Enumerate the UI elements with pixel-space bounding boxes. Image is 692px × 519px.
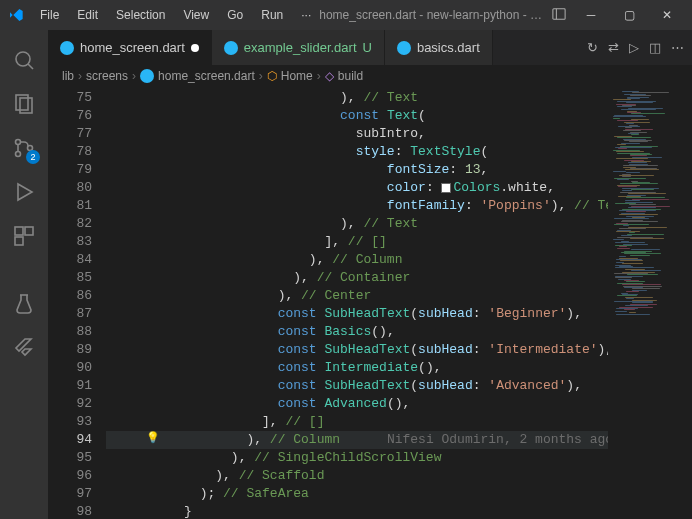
flutter-icon[interactable] — [0, 326, 48, 370]
svg-rect-11 — [25, 227, 33, 235]
modified-indicator-icon — [191, 44, 199, 52]
menu-edit[interactable]: Edit — [69, 4, 106, 26]
menu-go[interactable]: Go — [219, 4, 251, 26]
tab-label: home_screen.dart — [80, 40, 185, 55]
breadcrumb: lib › screens › home_screen.dart › ⬡ Hom… — [48, 65, 692, 87]
tab-example-slider[interactable]: example_slider.dart U — [212, 30, 385, 65]
chevron-right-icon: › — [132, 69, 136, 83]
untracked-indicator: U — [363, 40, 372, 55]
testing-icon[interactable] — [0, 282, 48, 326]
vertical-scrollbar[interactable] — [680, 87, 692, 519]
svg-line-3 — [28, 64, 33, 69]
diff-action-icon[interactable]: ⇄ — [608, 40, 619, 55]
layout-customize-icon[interactable] — [544, 7, 574, 24]
more-actions-icon[interactable]: ⋯ — [671, 40, 684, 55]
title-bar: File Edit Selection View Go Run ··· home… — [0, 0, 692, 30]
activity-bar: 2 — [0, 30, 48, 519]
menu-overflow[interactable]: ··· — [293, 4, 319, 26]
dart-file-icon — [224, 41, 238, 55]
explorer-icon[interactable] — [0, 38, 48, 82]
breadcrumb-method[interactable]: ◇ build — [325, 69, 363, 83]
source-control-icon[interactable]: 2 — [0, 126, 48, 170]
editor-actions: ↻ ⇄ ▷ ◫ ⋯ — [587, 40, 692, 55]
line-gutter: 7576777879808182838485868788899091929394… — [48, 87, 106, 519]
breadcrumb-screens[interactable]: screens — [86, 69, 128, 83]
svg-rect-12 — [15, 237, 23, 245]
dart-file-icon — [397, 41, 411, 55]
minimap[interactable] — [608, 87, 680, 519]
class-icon: ⬡ — [267, 69, 277, 83]
dart-file-icon — [60, 41, 74, 55]
vscode-logo-icon — [8, 7, 24, 23]
menu-selection[interactable]: Selection — [108, 4, 173, 26]
svg-rect-10 — [15, 227, 23, 235]
code-content[interactable]: ), // Text const Text( subIntro, style: … — [106, 87, 608, 519]
extensions-icon[interactable] — [0, 214, 48, 258]
scm-badge: 2 — [26, 150, 40, 164]
svg-point-6 — [16, 140, 21, 145]
minimize-button[interactable]: ─ — [574, 3, 608, 27]
lightbulb-icon[interactable]: 💡 — [146, 431, 160, 444]
menu-file[interactable]: File — [32, 4, 67, 26]
tab-home-screen[interactable]: home_screen.dart — [48, 30, 212, 65]
code-editor[interactable]: 7576777879808182838485868788899091929394… — [48, 87, 692, 519]
tab-basics[interactable]: basics.dart — [385, 30, 493, 65]
svg-marker-9 — [18, 184, 32, 200]
window-title: home_screen.dart - new-learn-python - Vi… — [319, 8, 544, 22]
editor-area: home_screen.dart example_slider.dart U b… — [48, 30, 692, 519]
tab-label: basics.dart — [417, 40, 480, 55]
main-menu: File Edit Selection View Go Run ··· — [32, 4, 319, 26]
breadcrumb-file[interactable]: home_screen.dart — [140, 69, 255, 83]
svg-point-7 — [16, 152, 21, 157]
chevron-right-icon: › — [259, 69, 263, 83]
tab-bar: home_screen.dart example_slider.dart U b… — [48, 30, 692, 65]
menu-run[interactable]: Run — [253, 4, 291, 26]
run-debug-icon[interactable] — [0, 170, 48, 214]
breadcrumb-class[interactable]: ⬡ Home — [267, 69, 313, 83]
method-icon: ◇ — [325, 69, 334, 83]
svg-point-2 — [16, 52, 30, 66]
files-icon[interactable] — [0, 82, 48, 126]
maximize-button[interactable]: ▢ — [612, 3, 646, 27]
window-controls: ─ ▢ ✕ — [574, 3, 684, 27]
menu-view[interactable]: View — [175, 4, 217, 26]
chevron-right-icon: › — [317, 69, 321, 83]
svg-rect-0 — [553, 8, 565, 19]
run-code-icon[interactable]: ▷ — [629, 40, 639, 55]
run-action-icon[interactable]: ↻ — [587, 40, 598, 55]
split-editor-icon[interactable]: ◫ — [649, 40, 661, 55]
dart-file-icon — [140, 69, 154, 83]
chevron-right-icon: › — [78, 69, 82, 83]
breadcrumb-lib[interactable]: lib — [62, 69, 74, 83]
tab-label: example_slider.dart — [244, 40, 357, 55]
close-button[interactable]: ✕ — [650, 3, 684, 27]
